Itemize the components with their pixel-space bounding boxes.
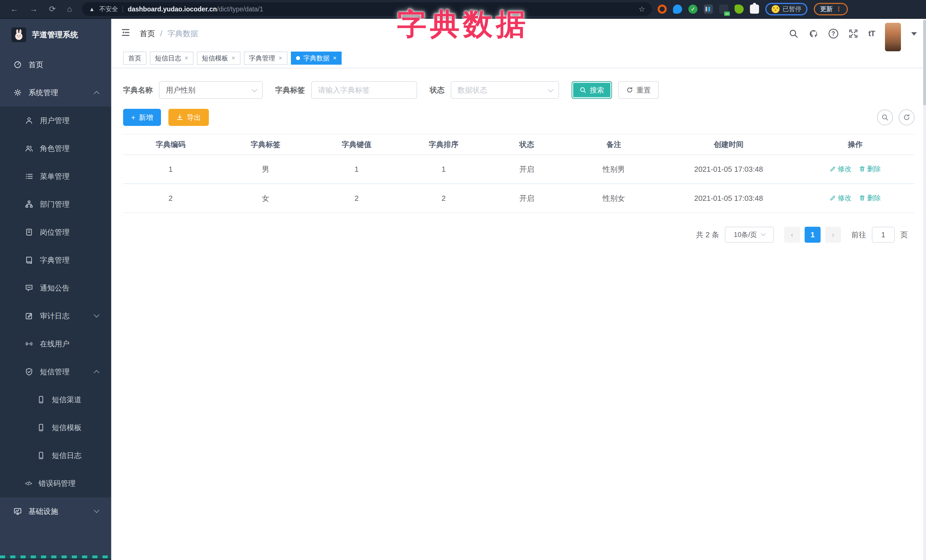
col-dict-value: 字典键值 — [313, 134, 400, 155]
total-count: 共 2 条 — [696, 230, 719, 240]
chevron-down-icon — [94, 312, 100, 318]
tab-sms-log[interactable]: 短信日志 × — [150, 51, 194, 65]
chevron-down-icon — [251, 87, 257, 92]
monitor-icon — [14, 507, 22, 515]
sidebar-item-sms-management[interactable]: 短信管理 — [0, 358, 111, 386]
sidebar-item-online-users[interactable]: 在线用户 — [0, 330, 111, 358]
sidebar-item-system-management[interactable]: 系统管理 — [0, 78, 111, 107]
sidebar-bottom-strip — [0, 555, 111, 558]
goto-label: 前往 — [851, 230, 866, 240]
pencil-icon — [830, 166, 836, 172]
col-actions: 操作 — [796, 134, 915, 155]
tab-home[interactable]: 首页 — [123, 51, 147, 65]
table-row: 2 女 2 2 开启 性别女 2021-01-05 17:03:48 修改 删除 — [123, 184, 915, 213]
sidebar: 芋道管理系统 首页 系统管理 用户管理 — [0, 19, 111, 560]
pagination: 共 2 条 10条/页 ‹ 1 › 前往 1 页 — [123, 227, 915, 243]
active-dot-icon — [296, 56, 300, 60]
search-form: 字典名称 用户性别 字典标签 请输入字典标签 状态 数据状态 — [123, 81, 915, 99]
col-dict-sort: 字典排序 — [400, 134, 487, 155]
sidebar-item-sms-log[interactable]: 短信日志 — [0, 442, 111, 469]
edit-link[interactable]: 修改 — [830, 193, 851, 202]
users-icon — [25, 145, 33, 152]
col-status: 状态 — [487, 134, 566, 155]
sidebar-item-notice[interactable]: 通知公告 — [0, 274, 111, 302]
dict-name-select[interactable]: 用户性别 — [159, 81, 263, 99]
download-icon — [176, 114, 183, 121]
sidebar-item-home[interactable]: 首页 — [0, 51, 111, 78]
sidebar-item-infrastructure[interactable]: 基础设施 — [0, 497, 111, 525]
sidebar-item-dict-management[interactable]: 字典管理 — [0, 246, 111, 274]
col-created: 创建时间 — [661, 134, 796, 155]
dict-data-table: 字典编码 字典标签 字典键值 字典排序 状态 备注 创建时间 操作 1 — [123, 134, 915, 213]
col-remark: 备注 — [566, 134, 661, 155]
status-value: 开启 — [487, 184, 566, 213]
org-tree-icon — [25, 200, 33, 208]
status-value: 开启 — [487, 155, 566, 184]
badge-icon — [25, 228, 33, 236]
sidebar-item-sms-channel[interactable]: 短信渠道 — [0, 386, 111, 414]
search-button[interactable]: 搜索 — [572, 81, 612, 99]
code-icon: </> — [25, 480, 32, 487]
delete-link[interactable]: 删除 — [859, 193, 881, 202]
chevron-down-icon — [761, 231, 766, 236]
sidebar-item-sms-template[interactable]: 短信模板 — [0, 414, 111, 442]
chevron-up-icon — [94, 370, 100, 376]
table-header-row: 字典编码 字典标签 字典键值 字典排序 状态 备注 创建时间 操作 — [123, 134, 915, 155]
gear-icon — [14, 89, 22, 97]
page-size-select[interactable]: 10条/页 — [725, 227, 774, 243]
user-icon — [25, 116, 33, 124]
close-icon[interactable]: × — [232, 54, 235, 62]
vertical-scrollbar[interactable] — [923, 19, 926, 560]
goto-page-input[interactable]: 1 — [872, 227, 895, 243]
sidebar-item-error-code[interactable]: </> 错误码管理 — [0, 469, 111, 497]
add-button[interactable]: + 新增 — [123, 109, 161, 126]
dict-tag-input[interactable]: 请输入字典标签 — [311, 81, 417, 99]
edit-log-icon — [25, 312, 33, 320]
search-icon — [881, 114, 889, 121]
pencil-icon — [830, 195, 836, 201]
plus-icon: + — [131, 114, 135, 121]
export-button[interactable]: 导出 — [168, 109, 209, 126]
overlay-annotation-title: 字典数据 — [0, 5, 926, 44]
sidebar-item-role-management[interactable]: 角色管理 — [0, 134, 111, 162]
status-select[interactable]: 数据状态 — [451, 81, 559, 99]
table-row: 1 男 1 1 开启 性别男 2021-01-05 17:03:48 修改 删除 — [123, 155, 915, 184]
prev-page-button[interactable]: ‹ — [784, 227, 800, 243]
close-icon[interactable]: × — [333, 54, 337, 62]
next-page-button[interactable]: › — [825, 227, 841, 243]
sidebar-item-audit-log[interactable]: 审计日志 — [0, 302, 111, 330]
col-dict-label: 字典标签 — [218, 134, 313, 155]
tab-sms-template[interactable]: 短信模板 × — [197, 51, 241, 65]
search-icon — [580, 87, 586, 94]
refresh-table-button[interactable] — [899, 109, 915, 125]
online-signal-icon — [25, 340, 33, 348]
status-label: 状态 — [430, 85, 445, 95]
delete-link[interactable]: 删除 — [859, 165, 881, 174]
phone-icon — [37, 424, 45, 432]
sidebar-item-menu-management[interactable]: 菜单管理 — [0, 162, 111, 190]
comment-icon — [25, 284, 33, 292]
close-icon[interactable]: × — [278, 54, 282, 62]
page-number-button[interactable]: 1 — [805, 227, 820, 243]
goto-unit: 页 — [900, 230, 908, 240]
page-content: 字典名称 用户性别 字典标签 请输入字典标签 状态 数据状态 — [112, 68, 926, 560]
phone-icon — [37, 395, 45, 404]
tab-dict-data[interactable]: 字典数据 × — [291, 51, 342, 65]
sidebar-item-dept-management[interactable]: 部门管理 — [0, 190, 111, 218]
toggle-search-button[interactable] — [877, 109, 893, 125]
reset-button[interactable]: 重置 — [618, 81, 659, 99]
tab-dict-management[interactable]: 字典管理 × — [244, 51, 287, 65]
sidebar-item-post-management[interactable]: 岗位管理 — [0, 218, 111, 246]
dict-tag-label: 字典标签 — [275, 85, 305, 95]
refresh-icon — [626, 87, 633, 94]
dashboard-icon — [14, 61, 22, 69]
shield-check-icon — [25, 368, 33, 376]
chevron-down-icon — [548, 87, 554, 92]
close-icon[interactable]: × — [185, 54, 188, 62]
sidebar-item-user-management[interactable]: 用户管理 — [0, 107, 111, 134]
refresh-icon — [903, 114, 910, 121]
trash-icon — [859, 166, 865, 172]
edit-link[interactable]: 修改 — [830, 165, 851, 174]
col-dict-code: 字典编码 — [123, 134, 218, 155]
list-icon — [25, 172, 33, 180]
